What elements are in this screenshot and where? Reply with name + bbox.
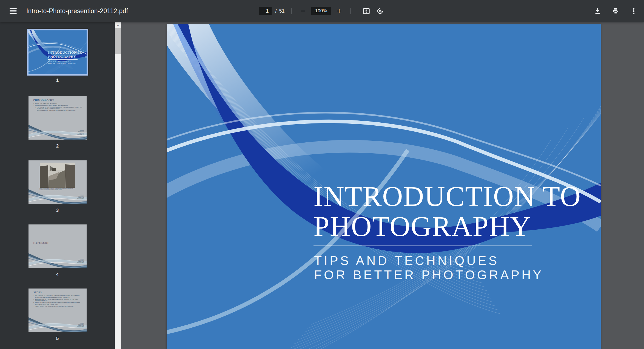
- toolbar-separator: [291, 8, 292, 14]
- thumbnail-page-number: 1: [56, 78, 59, 83]
- page-number-input[interactable]: [259, 7, 272, 15]
- zoom-out-icon[interactable]: −: [298, 6, 308, 16]
- thumbnail-page-number: 4: [56, 272, 59, 277]
- scroll-up-icon[interactable]: ▲: [115, 22, 121, 28]
- page-total: 51: [279, 8, 284, 14]
- page-thumbnail-3[interactable]: FIRST PHOTOGRAPH TAKEN BY JOSEPH NICEPHO…: [29, 160, 87, 204]
- thumbnail-item-2: PHOTOGRAPHY ✦GREEK FOR "PAINTING WITH LI…: [0, 96, 115, 149]
- sidebar-scrollbar[interactable]: ▲: [115, 22, 121, 349]
- page-thumbnail-5[interactable]: STOPS ✦THE AMOUNT OF LIGHT THAT STRIKES …: [29, 289, 87, 332]
- fit-to-page-icon[interactable]: [361, 6, 371, 16]
- document-canvas: INTRODUCTION TO PHOTOGRAPHY TIPS AND TEC…: [121, 22, 644, 349]
- document-title: Intro-to-Photo-presention-20112.pdf: [26, 0, 128, 22]
- slide-title: INTRODUCTION TO PHOTOGRAPHY: [314, 181, 581, 241]
- pdf-page-1: INTRODUCTION TO PHOTOGRAPHY TIPS AND TEC…: [167, 24, 601, 349]
- thumbnail-item-1: INTRODUCTION TO PHOTOGRAPHY TIPS AND TEC…: [0, 30, 115, 83]
- slide-subtitle: TIPS AND TECHNIQUES FOR BETTER PHOTOGRAP…: [314, 253, 543, 282]
- toolbar-separator: [351, 8, 351, 14]
- toolbar-right-actions: [592, 0, 639, 22]
- rotate-counterclockwise-icon[interactable]: [375, 6, 385, 16]
- mini-title-block: INTRODUCTION TO PHOTOGRAPHY TIPS AND TEC…: [48, 51, 83, 65]
- thumbnail-page-number: 3: [56, 208, 59, 213]
- thumbnail-item-5: STOPS ✦THE AMOUNT OF LIGHT THAT STRIKES …: [0, 289, 115, 341]
- thumbnail-item-3: FIRST PHOTOGRAPH TAKEN BY JOSEPH NICEPHO…: [0, 160, 115, 213]
- thumbnail-page-number: 5: [56, 336, 59, 341]
- zoom-level: 100%: [311, 7, 331, 15]
- thumbnail-item-4: EXPOSURE TIPS ANDTECHNIQUES FOR BETTERPH…: [0, 224, 115, 277]
- page-divider: /: [275, 8, 277, 14]
- pdf-viewer: Intro-to-Photo-presention-20112.pdf / 51…: [0, 0, 644, 349]
- menu-icon[interactable]: [7, 5, 19, 17]
- thumbnail-page-number: 2: [56, 143, 59, 149]
- page-thumbnail-2[interactable]: PHOTOGRAPHY ✦GREEK FOR "PAINTING WITH LI…: [29, 96, 87, 140]
- pdf-toolbar: Intro-to-Photo-presention-20112.pdf / 51…: [0, 0, 644, 22]
- page-thumbnail-4[interactable]: EXPOSURE TIPS ANDTECHNIQUES FOR BETTERPH…: [29, 224, 87, 268]
- page-zoom-controls: / 51 − 100% +: [259, 0, 385, 22]
- page-thumbnail-1[interactable]: INTRODUCTION TO PHOTOGRAPHY TIPS AND TEC…: [29, 30, 87, 74]
- download-icon[interactable]: [592, 6, 602, 16]
- print-icon[interactable]: [611, 6, 620, 16]
- title-divider: [314, 246, 532, 246]
- more-vertical-icon[interactable]: [629, 6, 639, 16]
- scrollbar-thumb[interactable]: [115, 28, 121, 54]
- zoom-in-icon[interactable]: +: [335, 6, 344, 16]
- mini-historic-photo: [40, 163, 75, 188]
- thumbnail-sidebar: INTRODUCTION TO PHOTOGRAPHY TIPS AND TEC…: [0, 22, 115, 349]
